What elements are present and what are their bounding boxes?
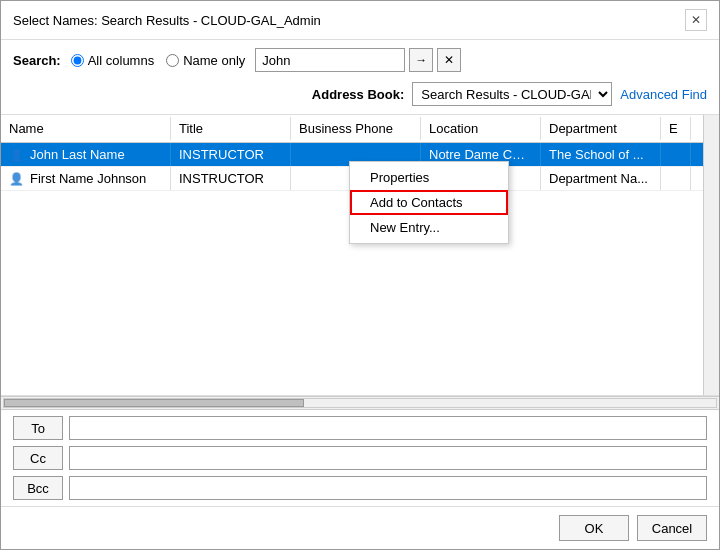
vertical-scrollbar[interactable] [703, 115, 719, 395]
address-book-section: Address Book: Search Results - CLOUD-GAL… [312, 82, 707, 106]
name-cell: 👤 John Last Name [1, 143, 171, 166]
radio-name-only[interactable]: Name only [166, 53, 245, 68]
search-radio-group: All columns Name only [71, 53, 246, 68]
radio-all-input[interactable] [71, 54, 84, 67]
to-input[interactable] [69, 416, 707, 440]
search-input-area: → ✕ [255, 48, 461, 72]
bcc-button[interactable]: Bcc [13, 476, 63, 500]
search-input[interactable] [255, 48, 405, 72]
to-button[interactable]: To [13, 416, 63, 440]
extra-cell [661, 143, 691, 166]
context-item-properties[interactable]: Properties [350, 165, 508, 190]
col-header-department: Department [541, 117, 661, 140]
context-menu: Properties Add to Contacts New Entry... [349, 161, 509, 244]
scroll-thumb[interactable] [4, 399, 304, 407]
address-book-select[interactable]: Search Results - CLOUD-GAL_Admin [412, 82, 612, 106]
dialog-title: Select Names: Search Results - CLOUD-GAL… [13, 13, 321, 28]
search-arrow-button[interactable]: → [409, 48, 433, 72]
address-book-label: Address Book: [312, 87, 404, 102]
row-name: First Name Johnson [30, 171, 146, 186]
title-cell: INSTRUCTOR [171, 167, 291, 190]
cc-row: Cc [13, 446, 707, 470]
context-item-new-entry[interactable]: New Entry... [350, 215, 508, 240]
col-header-location: Location [421, 117, 541, 140]
select-names-dialog: Select Names: Search Results - CLOUD-GAL… [0, 0, 720, 550]
col-header-extra: E [661, 117, 691, 140]
recipient-section: To Cc Bcc [1, 410, 719, 507]
advanced-find-link[interactable]: Advanced Find [620, 87, 707, 102]
col-header-phone: Business Phone [291, 117, 421, 140]
radio-name-label: Name only [183, 53, 245, 68]
ok-button[interactable]: OK [559, 515, 629, 541]
title-bar: Select Names: Search Results - CLOUD-GAL… [1, 1, 719, 40]
radio-name-input[interactable] [166, 54, 179, 67]
table-header: Name Title Business Phone Location Depar… [1, 115, 719, 143]
cc-button[interactable]: Cc [13, 446, 63, 470]
row-name: John Last Name [30, 147, 125, 162]
title-cell: INSTRUCTOR [171, 143, 291, 166]
search-label: Search: [13, 53, 61, 68]
radio-all-label: All columns [88, 53, 154, 68]
cancel-button[interactable]: Cancel [637, 515, 707, 541]
col-header-title: Title [171, 117, 291, 140]
close-button[interactable]: ✕ [685, 9, 707, 31]
bcc-row: Bcc [13, 476, 707, 500]
person-icon: 👤 [9, 172, 24, 186]
context-item-add-contacts[interactable]: Add to Contacts [350, 190, 508, 215]
bcc-input[interactable] [69, 476, 707, 500]
to-row: To [13, 416, 707, 440]
search-clear-button[interactable]: ✕ [437, 48, 461, 72]
name-cell: 👤 First Name Johnson [1, 167, 171, 190]
person-icon: 👤 [9, 148, 24, 162]
scroll-track [3, 398, 717, 408]
horizontal-scrollbar[interactable] [1, 396, 719, 410]
col-header-name: Name [1, 117, 171, 140]
cc-input[interactable] [69, 446, 707, 470]
extra-cell [661, 167, 691, 190]
results-table-container: Name Title Business Phone Location Depar… [1, 115, 719, 396]
dept-cell: Department Na... [541, 167, 661, 190]
search-bar: Search: All columns Name only → ✕ Addres… [1, 40, 719, 115]
radio-all-columns[interactable]: All columns [71, 53, 154, 68]
dialog-footer: OK Cancel [1, 507, 719, 549]
dept-cell: The School of ... [541, 143, 661, 166]
